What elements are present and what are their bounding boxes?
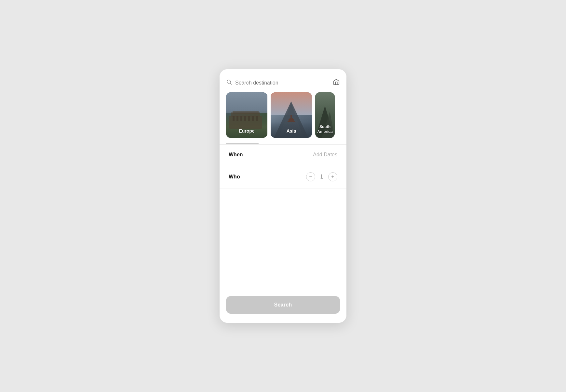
asia-label: Asia [271,128,312,134]
svg-rect-9 [248,116,250,121]
bottom-panel: When Add Dates Who − 1 + Search [220,144,346,323]
content-spacer [220,189,346,291]
destination-card-asia[interactable]: Asia [271,92,312,138]
search-bar-inner [226,79,330,86]
svg-rect-7 [240,116,242,121]
when-row[interactable]: When Add Dates [220,145,346,165]
who-label: Who [229,174,240,180]
svg-rect-5 [233,116,235,121]
svg-line-1 [230,83,231,84]
when-value: Add Dates [313,152,337,158]
search-input[interactable] [235,80,330,86]
svg-rect-10 [252,116,254,121]
south-america-label: SouthAmerica [315,124,335,135]
colosseum-svg [228,109,263,129]
destination-card-south-america[interactable]: SouthAmerica [315,92,335,138]
counter-group: − 1 + [306,172,337,181]
when-label: When [229,152,243,158]
search-icon [226,79,232,86]
search-button[interactable]: Search [226,296,340,314]
decrement-icon: − [309,174,312,179]
who-row: Who − 1 + [220,165,346,189]
svg-rect-17 [290,115,292,118]
phone-card: Europe Asia [220,69,346,323]
counter-value: 1 [319,174,324,180]
search-button-section: Search [220,291,346,323]
destination-card-europe[interactable]: Europe [226,92,267,138]
home-icon[interactable] [333,78,340,87]
svg-rect-6 [236,116,238,121]
svg-rect-11 [256,116,258,121]
increment-button[interactable]: + [328,172,337,181]
svg-rect-8 [244,116,246,121]
decrement-button[interactable]: − [306,172,315,181]
increment-icon: + [331,174,334,179]
svg-rect-4 [233,111,259,114]
destinations-section: Europe Asia [220,92,346,143]
search-bar-section [220,69,346,92]
europe-label: Europe [226,128,267,134]
